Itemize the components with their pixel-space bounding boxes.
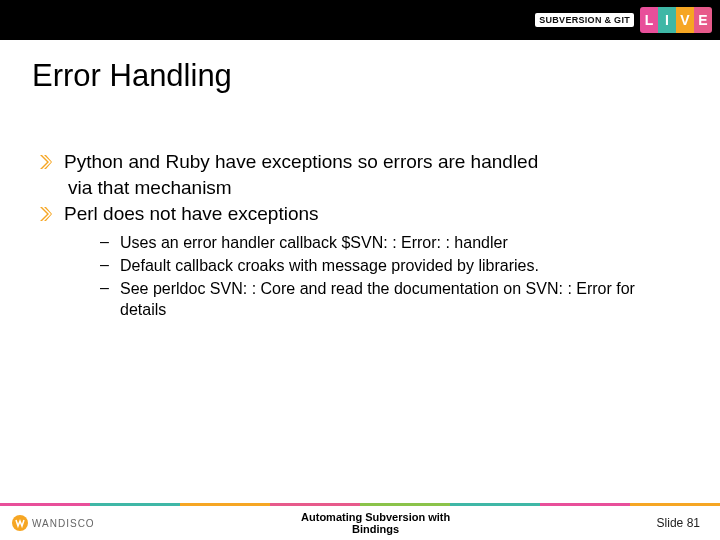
sub-text: Uses an error handler callback $SVN: : E… [120, 233, 508, 254]
header-logo: SUBVERSION & GIT L I V E [535, 7, 712, 33]
bullet-text: Perl does not have exceptions [64, 202, 319, 226]
sub-item: – See perldoc SVN: : Core and read the d… [100, 279, 680, 321]
chevron-icon [40, 207, 52, 221]
chevron-icon [40, 155, 52, 169]
footer-title: Automating Subversion with Bindings [301, 511, 450, 535]
sub-item: – Default callback croaks with message p… [100, 256, 680, 277]
brand-text: SUBVERSION & GIT [535, 13, 634, 27]
page-title: Error Handling [32, 58, 232, 94]
content: Python and Ruby have exceptions so error… [40, 150, 680, 322]
wandisco-text: WANDISCO [32, 518, 95, 529]
sub-text: See perldoc SVN: : Core and read the doc… [120, 279, 680, 321]
bullet-row: Perl does not have exceptions [40, 202, 680, 226]
bullet-row: Python and Ruby have exceptions so error… [40, 150, 680, 174]
live-letter: V [676, 7, 694, 33]
bullet-row: via that mechanism [40, 176, 680, 200]
sub-item: – Uses an error handler callback $SVN: :… [100, 233, 680, 254]
slide-number: Slide 81 [657, 516, 700, 530]
dash-icon: – [100, 233, 114, 251]
sub-list: – Uses an error handler callback $SVN: :… [100, 233, 680, 320]
wandisco-icon [12, 515, 28, 531]
bullet-text: via that mechanism [68, 176, 232, 200]
live-letter: L [640, 7, 658, 33]
live-letter: E [694, 7, 712, 33]
footer: WANDISCO Automating Subversion with Bind… [0, 506, 720, 540]
live-letter: I [658, 7, 676, 33]
dash-icon: – [100, 256, 114, 274]
bullet-text: Python and Ruby have exceptions so error… [64, 150, 538, 174]
dash-icon: – [100, 279, 114, 297]
slide: SUBVERSION & GIT L I V E Error Handling … [0, 0, 720, 540]
sub-text: Default callback croaks with message pro… [120, 256, 539, 277]
wandisco-logo: WANDISCO [12, 515, 95, 531]
live-logo: L I V E [640, 7, 712, 33]
topbar: SUBVERSION & GIT L I V E [0, 0, 720, 40]
